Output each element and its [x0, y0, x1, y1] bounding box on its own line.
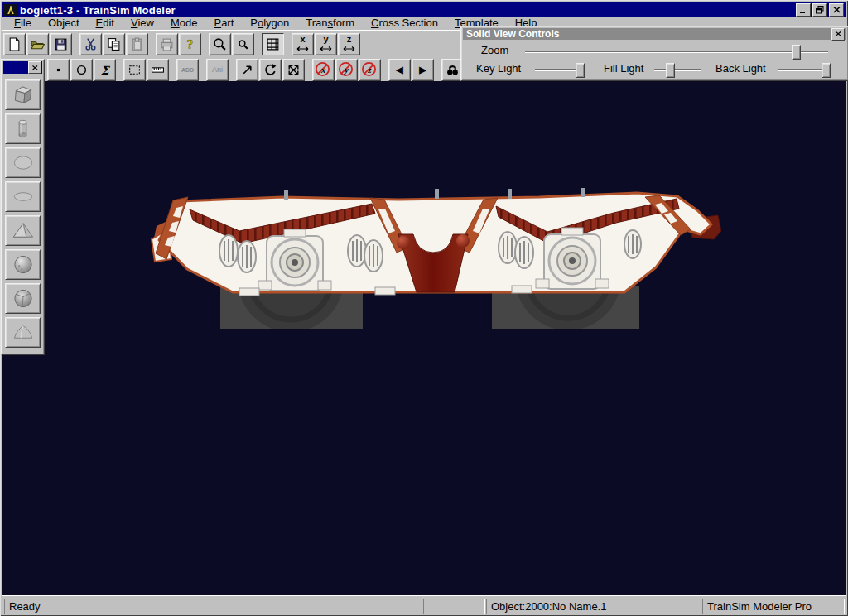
zoom-out-icon [236, 37, 250, 51]
status-bar: Ready Object:2000:No Name.1 TrainSim Mod… [2, 595, 846, 614]
oval-primitive-button[interactable] [5, 181, 41, 212]
toolbar-row-1: ?xyz [3, 33, 361, 55]
measure-icon [151, 63, 165, 77]
menu-item-view[interactable]: View [123, 16, 162, 30]
cut-icon [84, 37, 98, 51]
pyramid-primitive-icon [10, 219, 36, 242]
select-region-button[interactable] [123, 59, 146, 81]
geosphere-primitive-button[interactable] [5, 283, 41, 314]
solid-view-title: Solid View Controls [466, 28, 559, 40]
journal-box-right [536, 228, 609, 289]
z-constraint-glyph: z [347, 35, 352, 44]
zoom-in-button[interactable] [209, 33, 231, 55]
menu-item-polygon[interactable]: Polygon [242, 16, 297, 30]
close-icon [833, 7, 841, 13]
help-button[interactable]: ? [179, 33, 201, 55]
circle-icon [75, 63, 89, 77]
select-region-icon [128, 63, 142, 77]
slider-track[interactable] [654, 69, 701, 71]
point-mode-button[interactable] [47, 59, 70, 81]
key-light-slider-label: Key Light [476, 62, 521, 75]
box-primitive-button[interactable] [5, 79, 41, 110]
model-viewport[interactable] [2, 81, 846, 596]
new-button[interactable] [3, 33, 26, 55]
lock-x-button[interactable]: x [312, 59, 335, 81]
fill-light-slider[interactable] [654, 63, 701, 76]
scale-tool-button[interactable] [282, 59, 305, 81]
shape-palette-titlebar[interactable] [3, 61, 42, 74]
sphere-primitive-button[interactable] [5, 249, 41, 280]
axis-arrow-icon [343, 46, 355, 52]
zoom-slider-label: Zoom [481, 44, 508, 56]
y-constraint-button[interactable]: y [315, 33, 337, 55]
menu-item-part[interactable]: Part [205, 16, 242, 30]
solid-view-titlebar[interactable]: Solid View Controls [463, 28, 846, 40]
prev-object-glyph: ◀ [396, 65, 402, 75]
back-light-slider[interactable] [778, 63, 828, 76]
key-light-slider[interactable] [535, 63, 585, 76]
slider-track[interactable] [778, 69, 828, 71]
rotate-icon [263, 63, 277, 77]
menu-item-transform[interactable]: Transform [297, 16, 363, 30]
open-folder-icon [31, 37, 45, 51]
toolbar-row-2: ΣADDAnixyz◀▶ [47, 59, 465, 81]
status-edition: TrainSim Modeler Pro [702, 599, 845, 614]
rotate-tool-button[interactable] [259, 59, 282, 81]
prev-object-button[interactable]: ◀ [388, 59, 411, 81]
point-icon [51, 63, 65, 77]
trainsim-logo-icon [4, 4, 17, 16]
slider-track[interactable] [525, 51, 828, 53]
x-constraint-button[interactable]: x [292, 33, 314, 55]
geosphere-primitive-icon [10, 287, 36, 310]
shape-palette [1, 59, 45, 355]
box-primitive-icon [10, 84, 36, 106]
menu-item-file[interactable]: File [6, 16, 40, 30]
move-arrow-icon [240, 63, 254, 77]
status-object-info: Object:2000:No Name.1 [486, 599, 701, 614]
pyramid-primitive-button[interactable] [5, 215, 41, 246]
solid-view-close-button[interactable] [831, 28, 845, 41]
next-object-glyph: ▶ [419, 65, 426, 75]
next-object-button[interactable]: ▶ [412, 59, 434, 81]
z-constraint-button[interactable]: z [338, 33, 360, 55]
menu-item-mode[interactable]: Mode [162, 16, 206, 30]
close-button[interactable] [829, 3, 844, 17]
solid-view-controls-palette: Solid View Controls Zoom Key Light Fill … [460, 26, 848, 81]
shape-palette-buttons [2, 75, 44, 351]
lock-y-button[interactable]: y [335, 59, 358, 81]
spline-mode-button[interactable]: Σ [94, 59, 116, 81]
shape-palette-close-button[interactable] [28, 61, 41, 74]
window-title: bogiett1-3 - TrainSim Modeler [20, 4, 176, 17]
slider-thumb[interactable] [792, 45, 801, 60]
circle-mode-button[interactable] [70, 59, 93, 81]
lock-z-button[interactable]: z [359, 59, 381, 81]
cut-button[interactable] [80, 33, 102, 55]
zoom-in-icon [213, 37, 227, 51]
menu-item-edit[interactable]: Edit [88, 16, 123, 30]
menu-item-object[interactable]: Object [40, 16, 88, 30]
animation-button: Ani [206, 59, 229, 81]
zoom-out-button[interactable] [232, 33, 254, 55]
restore-button[interactable] [812, 3, 827, 17]
disc-primitive-icon [10, 152, 36, 174]
minimize-button[interactable] [796, 3, 811, 17]
status-message: Ready [4, 599, 422, 614]
zoom-slider[interactable] [525, 45, 828, 58]
copy-button[interactable] [103, 33, 125, 55]
cylinder-primitive-button[interactable] [5, 113, 41, 144]
grid-icon [266, 37, 280, 51]
save-button[interactable] [50, 33, 72, 55]
slider-thumb[interactable] [666, 63, 675, 78]
help-icon: ? [183, 37, 197, 51]
lock-z-glyph: z [368, 65, 371, 75]
menu-item-cross-section[interactable]: Cross Section [363, 16, 446, 30]
move-tool-button[interactable] [236, 59, 258, 81]
dome-primitive-button[interactable] [5, 317, 41, 348]
slider-thumb[interactable] [822, 63, 831, 78]
measure-button[interactable] [147, 59, 169, 81]
slider-thumb[interactable] [576, 63, 585, 78]
add-mode-glyph: ADD [181, 67, 194, 73]
open-button[interactable] [26, 33, 49, 55]
grid-toggle-button[interactable] [262, 33, 284, 55]
disc-primitive-button[interactable] [5, 147, 41, 178]
